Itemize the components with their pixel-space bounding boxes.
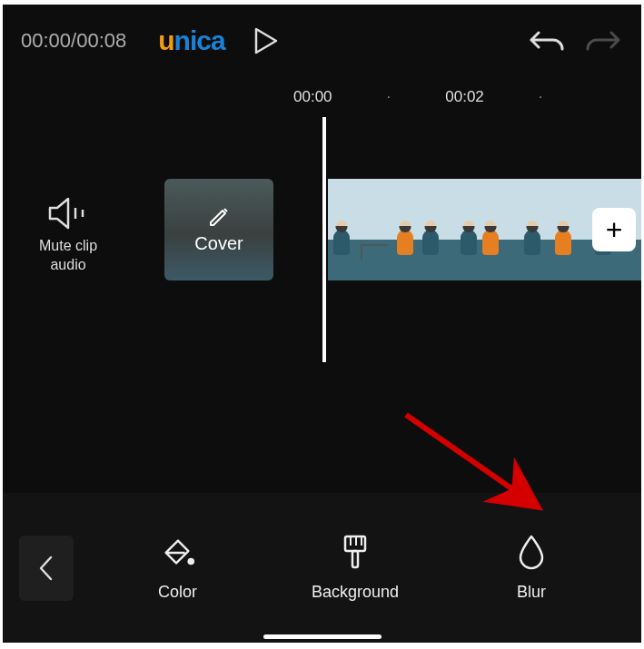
play-icon xyxy=(254,27,278,54)
redo-icon xyxy=(586,27,620,54)
ruler-tick: · xyxy=(387,88,391,106)
ruler-mark-0: 00:00 xyxy=(293,88,332,106)
blur-tool[interactable]: Blur xyxy=(513,534,550,602)
background-label: Background xyxy=(312,583,399,602)
add-clip-button[interactable]: + xyxy=(592,208,636,251)
color-tool[interactable]: Color xyxy=(158,534,197,602)
paint-bucket-icon xyxy=(159,535,195,569)
background-tool[interactable]: Background xyxy=(312,534,399,602)
home-indicator[interactable] xyxy=(263,634,381,639)
timecode-display: 00:00/00:08 xyxy=(21,29,126,53)
header-bar: 00:00/00:08 unica xyxy=(3,5,641,77)
bottom-toolbar: Color Background xyxy=(3,493,641,643)
speaker-muted-icon xyxy=(48,197,88,230)
plus-icon: + xyxy=(606,213,623,247)
clip-frame xyxy=(391,179,455,280)
mute-label: Mute clip audio xyxy=(39,237,97,275)
brush-icon xyxy=(338,533,372,571)
timeline-ruler: 00:00 · 00:02 · xyxy=(3,77,641,117)
playhead[interactable] xyxy=(322,117,326,362)
mute-clip-audio-button[interactable]: Mute clip audio xyxy=(39,197,97,275)
undo-icon xyxy=(530,27,564,54)
timeline-area[interactable]: Mute clip audio Cover xyxy=(3,117,641,493)
clip-frame xyxy=(455,179,519,280)
back-button[interactable] xyxy=(19,536,74,601)
clip-frame xyxy=(328,179,391,280)
color-label: Color xyxy=(158,583,197,602)
cover-label: Cover xyxy=(194,233,243,254)
cover-thumbnail[interactable]: Cover xyxy=(164,179,273,280)
chevron-left-icon xyxy=(38,556,54,581)
pencil-icon xyxy=(208,206,230,228)
undo-button[interactable] xyxy=(527,21,567,61)
redo-button[interactable] xyxy=(583,21,623,61)
brand-logo: unica xyxy=(158,25,224,56)
ruler-tick: · xyxy=(539,88,543,106)
play-button[interactable] xyxy=(253,27,280,54)
svg-point-3 xyxy=(188,558,195,565)
blur-label: Blur xyxy=(517,583,546,602)
svg-rect-8 xyxy=(352,551,358,567)
droplet-icon xyxy=(518,534,545,570)
ruler-mark-2: 00:02 xyxy=(445,88,484,106)
clip-frame xyxy=(519,179,582,280)
